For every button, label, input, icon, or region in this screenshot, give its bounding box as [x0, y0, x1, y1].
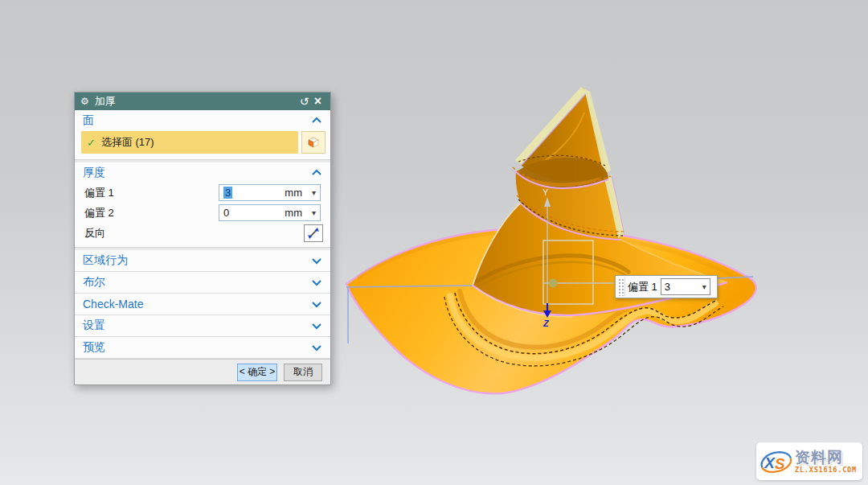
- face-section-header[interactable]: 面: [75, 110, 330, 130]
- chevron-down-icon[interactable]: ▾: [702, 283, 706, 291]
- face-select-button[interactable]: [301, 131, 326, 154]
- reset-icon[interactable]: ↺: [297, 96, 311, 107]
- section-preview[interactable]: 预览: [75, 337, 330, 359]
- chevron-down-icon[interactable]: [311, 279, 322, 286]
- offset1-label: 偏置 1: [84, 186, 219, 200]
- reverse-direction-label: 反向: [84, 226, 105, 240]
- reverse-direction-button[interactable]: [304, 224, 323, 242]
- drag-handle[interactable]: [617, 277, 625, 296]
- floating-offset1-input[interactable]: 偏置 1 3 ▾: [615, 275, 718, 298]
- thickness-section: 厚度 偏置 1 3 mm ▾ 偏置 2 0 mm ▾ 反向: [75, 162, 330, 248]
- chevron-down-icon[interactable]: [311, 257, 322, 265]
- offset1-field[interactable]: 3 mm ▾: [219, 184, 321, 201]
- watermark-site-url: ZL.XS1616.COM: [795, 467, 857, 474]
- offset1-value[interactable]: 3: [223, 187, 232, 199]
- section-boolean[interactable]: 布尔: [75, 272, 330, 294]
- xs-logo-icon: X S: [759, 447, 794, 476]
- chevron-down-icon[interactable]: [311, 301, 322, 308]
- chevron-down-icon[interactable]: ▾: [312, 209, 316, 217]
- offset2-field[interactable]: 0 mm ▾: [219, 204, 321, 221]
- chevron-up-icon[interactable]: [311, 169, 322, 176]
- chevron-down-icon[interactable]: [311, 323, 322, 330]
- thickness-section-header[interactable]: 厚度: [75, 162, 330, 183]
- z-axis-label: Z: [542, 319, 550, 328]
- svg-text:S: S: [775, 455, 785, 472]
- chevron-up-icon[interactable]: [311, 117, 322, 124]
- offset2-unit: mm: [285, 207, 302, 219]
- offset2-value[interactable]: 0: [223, 207, 285, 219]
- floating-offset1-field[interactable]: 3 ▾: [661, 278, 710, 295]
- dialog-footer: < 确定 > 取消: [75, 359, 330, 384]
- offset1-unit: mm: [285, 187, 302, 199]
- watermark-logo: X S 资料网 ZL.XS1616.COM: [756, 442, 862, 480]
- cube-icon: [306, 135, 321, 150]
- origin-point[interactable]: [549, 279, 558, 288]
- dialog-title: 加厚: [95, 94, 297, 109]
- section-check-mate[interactable]: Check-Mate: [75, 294, 330, 315]
- watermark-site-name: 资料网: [795, 450, 857, 465]
- select-face-row[interactable]: ✓ 选择面 (17): [81, 131, 298, 154]
- thickness-section-label: 厚度: [83, 166, 311, 180]
- check-icon: ✓: [87, 137, 96, 149]
- y-axis-label: Y: [542, 187, 549, 197]
- close-icon[interactable]: ×: [311, 95, 325, 108]
- select-face-label: 选择面 (17): [101, 135, 154, 150]
- section-region-behavior[interactable]: 区域行为: [75, 250, 330, 272]
- reverse-direction-icon: [307, 227, 320, 240]
- section-settings[interactable]: 设置: [75, 315, 330, 337]
- chevron-down-icon[interactable]: ▾: [312, 189, 316, 197]
- face-section: 面 ✓ 选择面 (17): [75, 110, 330, 160]
- cad-application-window: Y Z 偏置 1 3 ▾ ⚙ 加厚 ↺ × 面: [0, 0, 868, 485]
- ok-button[interactable]: < 确定 >: [237, 364, 277, 381]
- chevron-down-icon[interactable]: [311, 344, 322, 351]
- cancel-button[interactable]: 取消: [284, 364, 322, 381]
- gear-icon: ⚙: [80, 97, 89, 106]
- thicken-dialog: ⚙ 加厚 ↺ × 面 ✓ 选择面 (17): [74, 92, 331, 385]
- face-section-label: 面: [83, 113, 311, 128]
- dialog-titlebar[interactable]: ⚙ 加厚 ↺ ×: [75, 92, 330, 110]
- floating-offset1-value[interactable]: 3: [665, 281, 702, 293]
- offset2-label: 偏置 2: [84, 206, 219, 220]
- floating-offset1-label: 偏置 1: [628, 280, 657, 294]
